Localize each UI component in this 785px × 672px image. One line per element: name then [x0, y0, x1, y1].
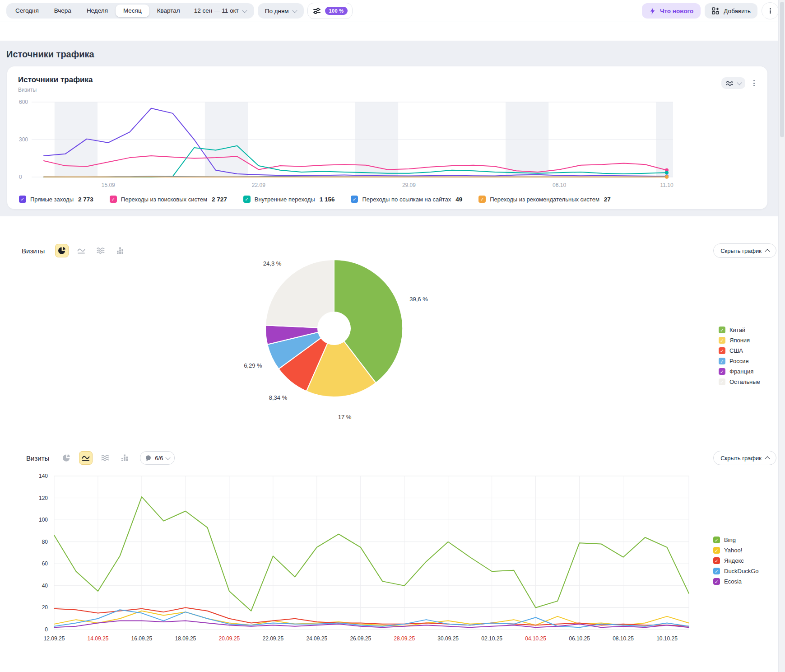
- search-legend-item[interactable]: ✓DuckDuckGo: [713, 568, 759, 574]
- legend-label: DuckDuckGo: [724, 568, 759, 574]
- search-engines-legend: ✓Bing✓Yahoo!✓Яндекс✓DuckDuckGo✓Ecosia: [713, 537, 759, 588]
- legend-checkbox[interactable]: ✓: [719, 378, 725, 385]
- search-chart-area: 02040608010012014012.09.2514.09.2516.09.…: [0, 471, 785, 647]
- scrollbar-track[interactable]: [778, 0, 785, 672]
- legend-item[interactable]: ✓Прямые заходы2 773: [19, 196, 93, 203]
- search-engines-line-chart: 02040608010012014012.09.2514.09.2516.09.…: [0, 471, 767, 647]
- legend-label: Яндекс: [724, 557, 744, 564]
- pie-legend-item[interactable]: ✓Остальные: [719, 378, 760, 385]
- series-end-dot: [665, 175, 669, 179]
- search-legend-item[interactable]: ✓Yahoo!: [713, 547, 759, 554]
- card-kebab-button[interactable]: [752, 79, 757, 88]
- svg-text:16.09.25: 16.09.25: [131, 635, 153, 642]
- pie-legend-item[interactable]: ✓Россия: [719, 358, 760, 364]
- svg-text:22.09: 22.09: [252, 182, 265, 188]
- granularity-select[interactable]: По дням: [258, 3, 304, 19]
- period-tab-group: СегодняВчераНеделяМесяцКвартал12 сен — 1…: [6, 3, 254, 19]
- legend-checkbox[interactable]: ✓: [719, 358, 725, 364]
- search-legend-item[interactable]: ✓Ecosia: [713, 578, 759, 585]
- legend-checkbox[interactable]: ✓: [719, 327, 725, 333]
- legend-value: 49: [455, 196, 462, 203]
- svg-text:60: 60: [42, 560, 48, 567]
- svg-text:11.10: 11.10: [660, 182, 673, 188]
- svg-text:24,3 %: 24,3 %: [263, 260, 282, 267]
- period-tab[interactable]: Квартал: [149, 5, 188, 17]
- date-range-value: 12 сен — 11 окт: [194, 5, 239, 17]
- pie-legend-item[interactable]: ✓США: [719, 347, 760, 354]
- pie-legend-item[interactable]: ✓Япония: [719, 337, 760, 344]
- whats-new-label: Что нового: [660, 8, 693, 14]
- card-subtitle: Визиты: [18, 87, 93, 93]
- legend-label: Китай: [729, 327, 745, 333]
- svg-text:0: 0: [45, 626, 48, 633]
- legend-checkbox[interactable]: ✓: [713, 557, 720, 564]
- svg-text:18.09.25: 18.09.25: [175, 635, 196, 642]
- svg-text:14.09.25: 14.09.25: [88, 635, 109, 642]
- hide-chart-button[interactable]: Скрыть график: [713, 451, 776, 465]
- legend-label: Япония: [729, 337, 750, 344]
- legend-checkbox[interactable]: ✓: [351, 196, 358, 203]
- add-label: Добавить: [724, 8, 751, 14]
- legend-checkbox[interactable]: ✓: [719, 337, 725, 344]
- legend-label: Остальные: [729, 378, 760, 385]
- toolbar-spacer: [0, 22, 785, 41]
- legend-checkbox[interactable]: ✓: [713, 568, 720, 574]
- svg-text:300: 300: [19, 136, 28, 143]
- toolbar-kebab-button[interactable]: [762, 2, 779, 19]
- svg-text:80: 80: [42, 539, 48, 545]
- period-tab[interactable]: Неделя: [79, 5, 116, 17]
- legend-checkbox[interactable]: ✓: [478, 196, 486, 203]
- chart-view-select[interactable]: [721, 77, 745, 89]
- chart-type-area-button[interactable]: [98, 451, 112, 465]
- legend-checkbox[interactable]: ✓: [713, 547, 720, 554]
- svg-text:17 %: 17 %: [338, 414, 352, 420]
- legend-label: Ecosia: [724, 578, 742, 585]
- legend-label: Yahoo!: [724, 547, 742, 554]
- legend-value: 27: [604, 196, 611, 203]
- legend-checkbox[interactable]: ✓: [719, 368, 725, 375]
- series-line: [54, 497, 689, 611]
- legend-checkbox[interactable]: ✓: [713, 537, 720, 543]
- legend-label: Переходы из поисковых систем: [121, 196, 207, 203]
- legend-item[interactable]: ✓Переходы из рекомендательных систем27: [478, 196, 611, 203]
- legend-checkbox[interactable]: ✓: [719, 347, 725, 354]
- sampling-control[interactable]: 100 %: [307, 3, 353, 19]
- svg-text:15.09: 15.09: [102, 182, 115, 188]
- svg-text:20: 20: [42, 604, 48, 611]
- period-tab[interactable]: Месяц: [116, 5, 149, 17]
- date-range-select[interactable]: 12 сен — 11 окт: [188, 5, 253, 17]
- legend-checkbox[interactable]: ✓: [19, 196, 26, 203]
- pie-legend-item[interactable]: ✓Франция: [719, 368, 760, 375]
- points-selector[interactable]: 6/6: [140, 451, 175, 465]
- scrollbar-thumb[interactable]: [780, 2, 784, 137]
- legend-checkbox[interactable]: ✓: [243, 196, 251, 203]
- section-label: Визиты: [26, 454, 49, 462]
- svg-text:29.09: 29.09: [402, 182, 416, 188]
- chart-type-columns-button[interactable]: [118, 451, 131, 465]
- visits-pie-chart: 39,6 %17 %8,34 %6,29 %24,3 %: [0, 252, 767, 425]
- traffic-sources-line-chart: 030060015.0922.0929.0906.1011.10: [18, 98, 757, 191]
- search-legend-item[interactable]: ✓Bing: [713, 537, 759, 543]
- legend-value: 1 156: [320, 196, 335, 203]
- add-button[interactable]: Добавить: [705, 3, 757, 19]
- legend-item[interactable]: ✓Переходы из поисковых систем2 727: [110, 196, 227, 203]
- chart-type-line-button[interactable]: [79, 451, 93, 465]
- chevron-down-icon: [166, 455, 171, 460]
- legend-checkbox[interactable]: ✓: [713, 578, 720, 585]
- whats-new-button[interactable]: Что нового: [642, 3, 701, 19]
- legend-item[interactable]: ✓Внутренние переходы1 156: [243, 196, 335, 203]
- svg-text:140: 140: [39, 473, 48, 479]
- legend-item[interactable]: ✓Переходы по ссылкам на сайтах49: [351, 196, 462, 203]
- legend-label: Прямые заходы: [30, 196, 74, 203]
- period-tab[interactable]: Вчера: [46, 5, 79, 17]
- points-selector-value: 6/6: [155, 455, 163, 462]
- legend-label: Россия: [729, 358, 749, 364]
- search-legend-item[interactable]: ✓Яндекс: [713, 557, 759, 564]
- chevron-down-icon: [242, 8, 247, 13]
- hide-chart-label: Скрыть график: [720, 455, 762, 462]
- chart-type-pie-button[interactable]: [60, 451, 73, 465]
- speech-bubble-icon: [145, 455, 152, 462]
- legend-checkbox[interactable]: ✓: [110, 196, 117, 203]
- pie-legend-item[interactable]: ✓Китай: [719, 327, 760, 333]
- period-tab[interactable]: Сегодня: [8, 5, 46, 17]
